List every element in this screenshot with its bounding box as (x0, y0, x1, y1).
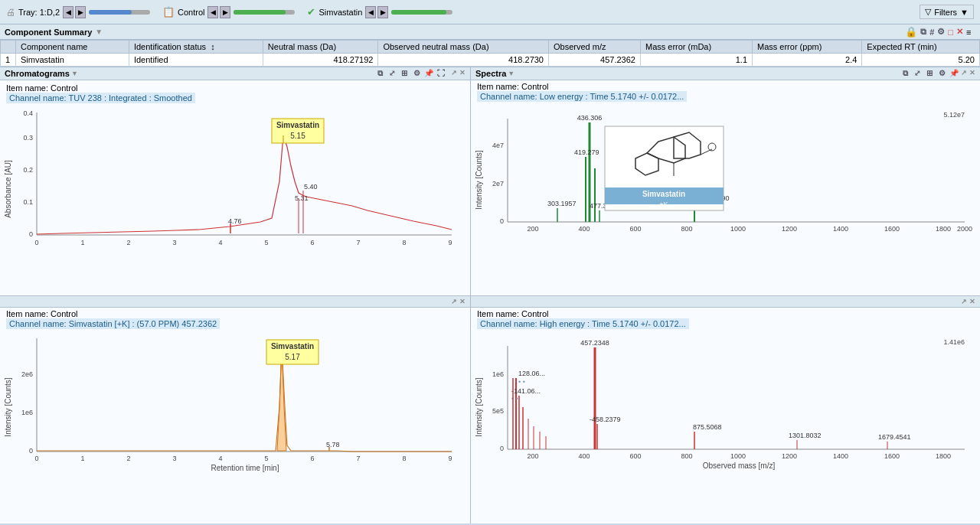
table-row[interactable]: 1 Simvastatin Identified 418.27192 418.2… (1, 54, 980, 67)
row-num: 1 (1, 54, 16, 67)
st-icon4[interactable]: ⚙ (936, 69, 947, 78)
ct-expand[interactable]: ⛶ (436, 69, 446, 78)
cs-pin-icon[interactable]: # (929, 28, 934, 37)
col-expected-rt[interactable]: Expected RT (min) (862, 41, 980, 54)
spectra-top-icons: ⧉ ⤢ ⊞ ⚙ 📌 ↗ ✕ (900, 69, 975, 78)
col-obs-mz[interactable]: Observed m/z (549, 41, 641, 54)
ct-float[interactable]: ↗ ✕ (451, 69, 466, 78)
control-next[interactable]: ▶ (220, 6, 230, 18)
row-component-name: Simvastatin (16, 54, 129, 67)
filter-icon: ▽ (925, 7, 931, 17)
cs-settings-icon[interactable]: ⚙ (937, 27, 945, 37)
sb-float[interactable]: ↗ ✕ (961, 298, 975, 305)
ct-pin[interactable]: 📌 (423, 69, 434, 78)
svg-text:875.5068: 875.5068 (693, 423, 722, 431)
svg-text:0: 0 (500, 217, 504, 225)
ct-icon1[interactable]: ⧉ (374, 69, 385, 78)
tray-nav[interactable]: ◀ ▶ (63, 6, 86, 18)
tray-next[interactable]: ▶ (75, 6, 86, 18)
filters-dropdown-icon: ▼ (960, 8, 969, 17)
simvastatin-prev[interactable]: ◀ (365, 6, 376, 18)
toolbar: 🖨 Tray: 1:D,2 ◀ ▶ 📋 Control ◀ ▶ ✔ Simvas… (0, 0, 980, 24)
spectra-top-info: Item name: Control Channel name: Low ene… (471, 80, 980, 103)
col-obs-neutral-mass[interactable]: Observed neutral mass (Da) (378, 41, 549, 54)
chromatogram-bottom-header: ↗ ✕ (0, 296, 470, 308)
svg-text:8: 8 (402, 239, 406, 246)
ct-icon4[interactable]: ⚙ (411, 69, 422, 78)
chromatogram-top-info: Item name: Control Channel name: TUV 238… (0, 80, 470, 105)
col-mass-error-ppm[interactable]: Mass error (ppm) (753, 41, 862, 54)
sb-channel-name: Channel name: High energy : Time 5.1740 … (477, 318, 689, 329)
tray-icon: 🖨 (6, 7, 15, 18)
svg-text:2: 2 (126, 455, 130, 462)
filters-button[interactable]: ▽ Filters ▼ (920, 5, 974, 19)
row-obs-mz: 457.2362 (549, 54, 641, 67)
st-channel-name: Channel name: Low energy : Time 5.1740 +… (477, 91, 687, 102)
svg-text:2000: 2000 (957, 225, 972, 233)
simvastatin-next[interactable]: ▶ (377, 6, 388, 18)
chromatogram-top-header: Chromatograms ▼ ⧉ ⤢ ⊞ ⚙ 📌 ⛶ ↗ ✕ (0, 67, 470, 80)
tray-progress-fill (89, 10, 132, 15)
svg-text:436.306: 436.306 (577, 114, 603, 122)
svg-text:0: 0 (34, 239, 38, 246)
cs-scroll-icon[interactable]: ≡ (966, 28, 975, 37)
svg-text:5.15: 5.15 (290, 132, 305, 140)
svg-text:5.78: 5.78 (326, 441, 340, 448)
svg-text:Simvastatin: Simvastatin (271, 342, 314, 351)
svg-text:0: 0 (500, 445, 504, 452)
control-prev[interactable]: ◀ (207, 6, 218, 18)
svg-text:Intensity [Counts]: Intensity [Counts] (475, 377, 483, 436)
st-svg: Intensity [Counts] 5.12e7 0 2e7 4e7 200 … (471, 103, 972, 245)
ct-icon3[interactable]: ⊞ (399, 69, 410, 78)
st-icon2[interactable]: ⤢ (912, 69, 923, 78)
simvastatin-nav[interactable]: ◀ ▶ (365, 6, 388, 18)
ct-item-name: Item name: Control (6, 83, 464, 93)
svg-text:2e7: 2e7 (492, 180, 504, 188)
st-icon3[interactable]: ⊞ (924, 69, 935, 78)
tray-prev[interactable]: ◀ (63, 6, 74, 18)
svg-text:1679.4541: 1679.4541 (878, 433, 911, 441)
control-progress (234, 10, 295, 15)
cs-maximize-icon[interactable]: □ (948, 28, 953, 37)
svg-text:800: 800 (681, 225, 692, 233)
svg-text:3: 3 (172, 455, 176, 462)
row-mass-error-mda: 1.1 (640, 54, 752, 67)
svg-text:600: 600 (629, 452, 641, 460)
cs-dropdown-icon[interactable]: ▼ (95, 28, 103, 36)
col-component-name[interactable]: Component name (16, 41, 129, 54)
spectra-top-chart: Intensity [Counts] 5.12e7 0 2e7 4e7 200 … (471, 103, 980, 245)
svg-text:7: 7 (356, 455, 360, 462)
cs-close-icon[interactable]: ✕ (956, 27, 963, 37)
row-mass-error-ppm: 2.4 (753, 54, 862, 67)
chromatogram-bottom-chart: Intensity [Counts] 0 1e6 2e6 0 1 2 3 4 5… (0, 331, 470, 472)
spectra-dropdown[interactable]: ▼ (508, 70, 514, 77)
simvastatin-item: ✔ Simvastatin ◀ ▶ (307, 6, 452, 18)
control-nav[interactable]: ◀ ▶ (207, 6, 230, 18)
svg-text:+K: +K (659, 201, 668, 208)
cb-float[interactable]: ↗ ✕ (451, 298, 466, 305)
chromatogram-bottom-panel: ↗ ✕ Item name: Control Channel name: Sim… (0, 296, 470, 524)
svg-text:0.3: 0.3 (23, 134, 33, 142)
spectra-bottom-info: Item name: Control Channel name: High en… (471, 308, 980, 331)
st-icon1[interactable]: ⧉ (900, 69, 910, 78)
col-neutral-mass[interactable]: Neutral mass (Da) (263, 41, 378, 54)
col-id-status[interactable]: Identification status ↕ (129, 41, 263, 54)
lock-icon[interactable]: 🔒 (905, 26, 917, 38)
cs-copy-icon[interactable]: ⧉ (920, 27, 926, 37)
spectra-top-panel: Spectra ▼ ⧉ ⤢ ⊞ ⚙ 📌 ↗ ✕ Item name: Contr… (471, 67, 980, 296)
svg-text:4: 4 (218, 455, 222, 462)
ct-icon2[interactable]: ⤢ (387, 69, 397, 78)
filters-label: Filters (934, 8, 957, 17)
chromatograms-dropdown[interactable]: ▼ (71, 70, 78, 77)
st-float[interactable]: ↗ ✕ (961, 69, 975, 78)
svg-text:2: 2 (126, 239, 130, 246)
spectra-top-header: Spectra ▼ ⧉ ⤢ ⊞ ⚙ 📌 ↗ ✕ (471, 67, 980, 80)
simvastatin-progress (391, 10, 452, 15)
col-num (1, 41, 16, 54)
col-mass-error-mda[interactable]: Mass error (mDa) (640, 41, 752, 54)
st-pin[interactable]: 📌 (949, 69, 959, 78)
svg-text:5.17: 5.17 (285, 353, 300, 361)
simvastatin-progress-fill (391, 10, 446, 15)
svg-text:4: 4 (218, 239, 222, 246)
svg-text:7: 7 (356, 239, 360, 246)
